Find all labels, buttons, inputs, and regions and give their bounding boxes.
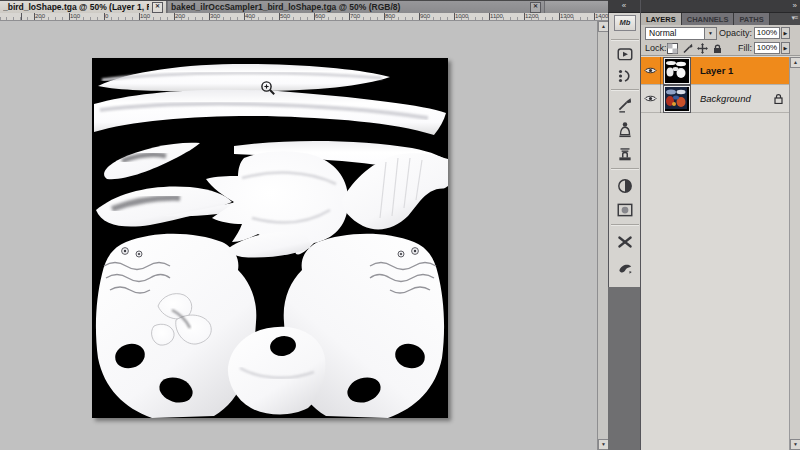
icon-dock-body: Mb xyxy=(608,13,640,287)
scroll-down-icon[interactable]: ▼ xyxy=(790,439,800,450)
zoom-cursor-icon xyxy=(260,80,276,96)
ruler-label: 400 xyxy=(245,13,255,20)
layer-row-background[interactable]: Background xyxy=(641,85,789,113)
ruler-label: 600 xyxy=(315,13,325,20)
dock-separator xyxy=(611,89,639,90)
ruler-label: 1000 xyxy=(455,13,468,20)
mini-bridge-icon[interactable]: Mb xyxy=(614,15,636,31)
actions-panel-icon[interactable] xyxy=(616,45,634,63)
brush-presets-icon[interactable] xyxy=(616,67,634,85)
masks-icon[interactable] xyxy=(616,201,634,219)
ruler-label: 800 xyxy=(385,13,395,20)
opacity-stepper-icon[interactable]: ▶ xyxy=(781,27,790,39)
texture-image[interactable] xyxy=(92,58,448,418)
layers-panel: » LAYERS CHANNELS PATHS ▾≡ Normal ▼ Opac… xyxy=(640,0,800,450)
layer-name: Layer 1 xyxy=(700,65,733,76)
dock-separator xyxy=(611,224,639,225)
horizontal-ruler: 200 100 0 100 200 300 400 500 600 700 80… xyxy=(0,13,608,21)
lock-transparency-icon[interactable] xyxy=(667,43,678,54)
ruler-label: 1400 xyxy=(595,13,608,20)
notes-icon[interactable] xyxy=(616,258,634,276)
ruler-label: 1200 xyxy=(525,13,538,20)
blend-mode-value: Normal xyxy=(649,28,676,38)
document-tab-inactive[interactable]: baked_ilrOccSampler1_bird_loShape.tga @ … xyxy=(167,1,545,13)
ruler-label: 100 xyxy=(70,13,80,20)
eye-icon xyxy=(644,94,657,103)
layers-scrollbar[interactable]: ▲ ▼ xyxy=(789,57,800,450)
lock-pixels-icon[interactable] xyxy=(682,43,693,54)
tab-channels[interactable]: CHANNELS xyxy=(682,13,735,25)
layer-row-layer1[interactable]: Layer 1 xyxy=(641,57,789,85)
opacity-input[interactable]: 100% xyxy=(754,27,780,39)
lock-label: Lock: xyxy=(645,41,667,55)
eye-icon xyxy=(644,66,657,75)
layer-name: Background xyxy=(700,93,751,104)
dock-separator xyxy=(611,39,639,40)
blend-opacity-row: Normal ▼ Opacity: 100% ▶ xyxy=(641,25,800,41)
panel-tabs: LAYERS CHANNELS PATHS xyxy=(641,13,800,25)
panel-menu-icon[interactable]: ▾≡ xyxy=(791,14,797,22)
ruler-label: 1300 xyxy=(560,13,573,20)
lock-fill-row: Lock: Fill: 100% ▶ xyxy=(641,41,800,56)
ruler-label: 200 xyxy=(175,13,185,20)
close-icon[interactable]: ✕ xyxy=(530,2,541,13)
ruler-label: 100 xyxy=(140,13,150,20)
ruler-label: 900 xyxy=(420,13,430,20)
adjustments-icon[interactable] xyxy=(616,177,634,195)
layer-lock-icon xyxy=(774,93,783,104)
fill-stepper-icon[interactable]: ▶ xyxy=(781,42,790,54)
ruler-label: 300 xyxy=(210,13,220,20)
collapse-panels-right-icon[interactable]: » xyxy=(793,0,797,12)
visibility-toggle[interactable] xyxy=(641,85,661,113)
panel-group-titlebar: » xyxy=(641,0,800,13)
measurement-log-icon[interactable] xyxy=(616,233,634,251)
tab-paths[interactable]: PATHS xyxy=(734,13,769,25)
tab-layers[interactable]: LAYERS xyxy=(641,13,682,25)
scroll-up-icon[interactable]: ▲ xyxy=(790,57,800,68)
visibility-toggle[interactable] xyxy=(641,57,661,85)
ruler-label: 700 xyxy=(350,13,360,20)
document-tab-bar: _bird_loShape.tga @ 50% (Layer 1, RGB/8)… xyxy=(0,0,608,13)
background-thumbnail[interactable] xyxy=(664,86,690,112)
chevron-down-icon[interactable]: ▼ xyxy=(704,28,716,39)
canvas-area[interactable] xyxy=(0,21,597,450)
ruler-label: 500 xyxy=(280,13,290,20)
fill-input[interactable]: 100% xyxy=(754,42,780,54)
baked-occlusion-texture xyxy=(92,58,448,418)
opacity-label: Opacity: xyxy=(719,26,752,40)
layer-comps-icon[interactable] xyxy=(616,145,634,163)
ruler-label: 200 xyxy=(35,13,45,20)
tool-presets-icon[interactable] xyxy=(616,95,634,113)
document-tab-active[interactable]: _bird_loShape.tga @ 50% (Layer 1, RGB/8)… xyxy=(0,1,167,13)
collapse-panels-left-icon[interactable]: « xyxy=(608,0,640,13)
document-vertical-scrollbar[interactable]: ▲ ▼ xyxy=(597,21,608,450)
panel-icon-dock: « Mb xyxy=(608,0,640,450)
document-tab-title: baked_ilrOccSampler1_bird_loShape.tga @ … xyxy=(171,2,527,12)
document-tab-title: _bird_loShape.tga @ 50% (Layer 1, RGB/8)… xyxy=(3,2,149,12)
layer1-thumbnail[interactable] xyxy=(664,58,690,84)
ruler-label: 0 xyxy=(105,13,108,20)
fill-label: Fill: xyxy=(738,41,752,55)
app: { "icons": { "close": "✕", "collapse_lef… xyxy=(0,0,800,450)
ruler-label: 1100 xyxy=(490,13,503,20)
dock-separator xyxy=(611,168,639,169)
layer-list: Layer 1 Background xyxy=(641,57,789,450)
lock-position-icon[interactable] xyxy=(697,43,708,54)
clone-source-icon[interactable] xyxy=(616,120,634,138)
close-icon[interactable]: ✕ xyxy=(152,2,163,13)
blend-mode-select[interactable]: Normal ▼ xyxy=(645,27,717,40)
lock-all-icon[interactable] xyxy=(712,43,723,54)
